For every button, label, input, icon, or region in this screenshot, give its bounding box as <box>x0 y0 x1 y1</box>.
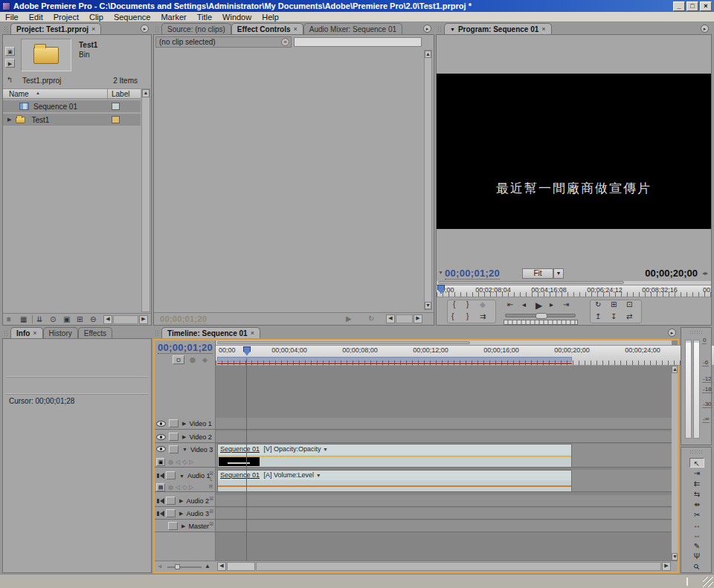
extract-button[interactable]: ↧ <box>611 312 617 320</box>
program-ruler[interactable]: 0;00 00;02;08;04 00;04;16;08 00;06;24;12… <box>437 285 711 297</box>
previous-keyframe-icon[interactable]: ◁ <box>176 459 180 465</box>
expand-track-icon[interactable]: ▶ <box>179 511 183 517</box>
track-lane-video3[interactable] <box>216 418 672 430</box>
track-lock-toggle[interactable] <box>166 509 176 517</box>
tab-effects[interactable]: Effects <box>78 327 112 338</box>
go-to-next-edit-button[interactable]: ⇥ <box>563 300 569 308</box>
menu-title[interactable]: Title <box>192 13 217 22</box>
show-keyframes-button[interactable]: ◍ <box>168 484 173 491</box>
zoom-in-icon[interactable]: ▲ <box>205 563 210 569</box>
close-tab-icon[interactable]: × <box>251 329 254 337</box>
panel-menu-button[interactable]: ▸ <box>423 25 431 33</box>
work-area-bar[interactable] <box>217 357 572 362</box>
toggle-track-output-icon[interactable] <box>157 498 164 504</box>
scroll-left-icon[interactable]: ◀ <box>103 315 112 324</box>
effect-timecode[interactable]: 00;00;01;20 <box>160 314 207 324</box>
resize-grip[interactable] <box>703 577 713 587</box>
timeline-vscrollbar[interactable]: ▲ ▼ <box>672 366 678 560</box>
scroll-up-icon[interactable]: ▲ <box>142 89 149 97</box>
label-chip[interactable] <box>112 116 120 123</box>
play-button[interactable]: ▶ <box>536 300 542 311</box>
scroll-left-icon[interactable]: ◀ <box>217 562 226 571</box>
close-tab-icon[interactable]: × <box>293 25 297 33</box>
scroll-right-icon[interactable]: ▶ <box>662 562 671 571</box>
volume-rubber-band[interactable] <box>218 485 571 487</box>
zoom-level-select[interactable]: Fit <box>522 268 553 279</box>
zoom-select-arrow-icon[interactable]: ▼ <box>553 268 564 279</box>
panel-grip[interactable] <box>4 330 9 337</box>
menu-sequence[interactable]: Sequence <box>109 13 156 22</box>
track-lock-toggle[interactable] <box>169 419 178 427</box>
set-display-style-button[interactable]: ▤ <box>156 483 165 491</box>
menu-window[interactable]: Window <box>217 13 257 22</box>
panel-grip[interactable] <box>689 450 703 453</box>
chapter-marker-button[interactable]: ◍ <box>190 356 196 364</box>
parent-bin-icon[interactable]: ↰ <box>7 76 13 84</box>
opacity-rubber-band[interactable] <box>218 456 571 457</box>
preview-play-button[interactable]: ▶ <box>5 59 15 68</box>
snap-button[interactable]: Ω <box>173 355 184 364</box>
tab-timeline[interactable]: Timeline: Sequence 01 × <box>161 327 260 338</box>
shuttle-slider[interactable] <box>505 314 576 317</box>
add-keyframe-icon[interactable]: ◇ <box>182 484 187 491</box>
panel-grip[interactable] <box>689 330 703 334</box>
scroll-right-icon[interactable]: ▶ <box>139 315 148 324</box>
slip-tool[interactable]: ↔ <box>689 520 704 530</box>
track-lock-toggle[interactable] <box>166 497 176 505</box>
menu-file[interactable]: File <box>0 13 24 22</box>
set-out-button[interactable]: } <box>466 300 469 308</box>
zoom-tool[interactable]: ⚲ <box>689 562 704 572</box>
add-keyframe-icon[interactable]: ◇ <box>182 459 187 465</box>
safe-margins-button[interactable]: ⊞ <box>611 300 617 308</box>
menu-marker[interactable]: Marker <box>155 13 191 22</box>
scroll-down-icon[interactable]: ▼ <box>672 553 678 560</box>
tab-project[interactable]: Project: Test1.prproj × <box>10 23 101 34</box>
scroll-down-icon[interactable]: ▼ <box>425 302 431 309</box>
track-lane-video2[interactable] <box>216 431 672 443</box>
marker-button[interactable]: ◆ <box>480 300 486 308</box>
menu-help[interactable]: Help <box>257 13 284 22</box>
next-keyframe-icon[interactable]: ▷ <box>189 459 193 465</box>
timeline-ruler[interactable]: 00;00 00;00;04;00 00;00;08;00 00;00;12;0… <box>216 345 714 366</box>
project-vscrollbar[interactable]: ▲ <box>141 88 150 312</box>
export-button[interactable]: ⇄ <box>626 312 632 320</box>
loop-button[interactable]: ↻ <box>595 300 601 308</box>
tab-history[interactable]: History <box>43 327 78 338</box>
hand-tool[interactable]: Ψ <box>689 552 704 561</box>
toggle-track-output-icon[interactable] <box>156 446 166 452</box>
track-lock-toggle[interactable] <box>169 445 178 453</box>
clear-icon[interactable]: ⊖ <box>90 315 96 323</box>
zoom-out-icon[interactable]: ◃ <box>158 563 161 569</box>
rolling-edit-tool[interactable]: ⇆ <box>689 489 704 499</box>
panel-caret-icon[interactable]: ▼ <box>450 27 455 32</box>
razor-tool[interactable]: ✂ <box>689 510 704 520</box>
expand-track-icon[interactable]: ▶ <box>181 523 185 529</box>
track-lock-toggle[interactable] <box>166 471 176 479</box>
jog-disk[interactable] <box>504 320 578 325</box>
track-lock-toggle[interactable] <box>169 433 178 441</box>
track-select-tool[interactable]: ⇥ <box>689 468 704 478</box>
minimize-button[interactable]: _ <box>673 1 685 11</box>
pen-tool[interactable]: ✎ <box>689 541 704 551</box>
tab-effect-controls[interactable]: Effect Controls × <box>231 23 303 34</box>
menu-clip[interactable]: Clip <box>84 13 109 22</box>
tab-audio-mixer[interactable]: Audio Mixer: Sequence 01 <box>303 23 402 34</box>
chevrons-icon[interactable]: » <box>281 38 289 46</box>
track-lane-audio2[interactable] <box>216 495 672 507</box>
audio-clip-sequence01[interactable]: Sequence 01 [A] Volume:Level ▼ <box>217 470 572 492</box>
ripple-edit-tool[interactable]: ⇇ <box>689 479 704 488</box>
panel-menu-button[interactable]: ▸ <box>668 329 676 337</box>
scroll-left-icon[interactable]: ◀ <box>386 314 395 323</box>
collapse-track-icon[interactable]: ▼ <box>182 447 187 452</box>
set-in-button[interactable]: { <box>453 300 455 308</box>
zoom-slider[interactable] <box>167 566 202 568</box>
panel-grip[interactable] <box>155 26 160 33</box>
tab-source[interactable]: Source: (no clips) <box>161 23 231 34</box>
scroll-up-icon[interactable]: ▲ <box>425 51 431 58</box>
effect-hscrollbar[interactable] <box>396 314 413 323</box>
show-keyframes-button[interactable]: ◍ <box>168 459 173 465</box>
slide-tool[interactable]: ⇔ <box>689 531 704 540</box>
rate-stretch-tool[interactable]: ⇻ <box>689 500 704 509</box>
toggle-track-output-icon[interactable] <box>157 511 164 517</box>
column-label[interactable]: Label <box>112 90 129 98</box>
